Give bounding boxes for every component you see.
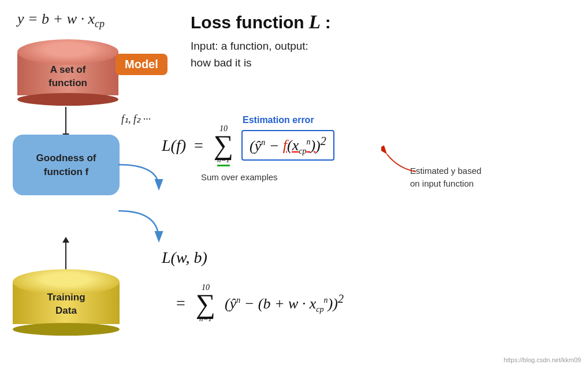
training-text: TrainingData <box>13 291 120 318</box>
loss-desc-line2: how bad it is <box>191 57 252 69</box>
lwb-eq: = <box>176 294 185 313</box>
model-badge: Model <box>116 54 168 75</box>
fx-part: f(xcpn) <box>283 137 315 154</box>
sum-symbol-1: ∑ <box>214 131 233 159</box>
formula-eq-1: = <box>194 136 203 155</box>
estimated-y-text: Estimated y basedon input function <box>410 166 481 188</box>
summation-2: 10 ∑ n=1 <box>196 283 215 324</box>
loss-desc-line1: Input: a function, output: <box>191 40 308 52</box>
sum-over-label: Sum over examples <box>201 172 278 182</box>
lf-label: L(f) <box>162 136 186 155</box>
function-series-label: f₁, f₂ ··· <box>121 113 151 125</box>
training-data-cylinder: TrainingData <box>13 269 120 336</box>
top-eq-plus: + <box>53 10 67 27</box>
estimation-error-box: Estimation error (ŷn − f(xcpn))2 <box>241 130 334 161</box>
right-section: Loss function L : Input: a function, out… <box>191 12 578 72</box>
main-container: y = b + w · xcp A set offunction Model f… <box>0 0 588 368</box>
red-arrow-svg <box>381 146 419 177</box>
goodness-text: Goodness offunction f <box>36 151 96 179</box>
model-label: Model <box>125 58 158 70</box>
top-eq-equals: = <box>28 10 42 27</box>
summation-1: 10 ∑ n=1 <box>214 124 233 166</box>
watermark-text: https://blog.csdn.net/kkm09 <box>504 356 581 363</box>
estimation-error-label: Estimation error <box>243 115 314 125</box>
top-equation: y = b + w · xcp <box>17 10 105 30</box>
sum-symbol-2: ∑ <box>196 290 215 318</box>
top-eq-x: xcp <box>88 10 105 27</box>
loss-italic-l: L <box>309 12 321 33</box>
lwb-label: L(w, b) <box>162 248 207 267</box>
formula-lf-area: L(f) = 10 ∑ n=1 Estimation error (ŷn − f… <box>162 124 334 166</box>
arrow-down-cylinder <box>65 107 66 135</box>
top-eq-y: y <box>17 10 24 27</box>
arrow-up-training <box>65 241 66 269</box>
top-eq-w: w <box>67 10 77 27</box>
curved-blue-arrow-2 <box>113 205 170 251</box>
sum-over-text: Sum over examples <box>201 172 278 182</box>
function-set-cylinder: A set offunction <box>17 39 118 106</box>
sum-bottom-1: n=1 <box>217 155 230 166</box>
top-eq-dot: · <box>80 10 88 27</box>
cylinder-bottom-ellipse <box>17 93 118 106</box>
loss-title-text: Loss function <box>191 13 304 32</box>
lwb-formula-text: (ŷn − (b + w · xcpn))2 <box>225 292 344 314</box>
loss-function-title: Loss function L : <box>191 12 578 33</box>
estimated-y-label: Estimated y basedon input function <box>410 165 481 190</box>
arrowhead-up-1 <box>62 237 69 243</box>
loss-description: Input: a function, output: how bad it is <box>191 38 578 72</box>
loss-colon: : <box>325 13 331 32</box>
function-series-text: f₁, f₂ ··· <box>121 113 151 125</box>
est-formula: (ŷn − f(xcpn))2 <box>250 135 326 157</box>
watermark: https://blog.csdn.net/kkm09 <box>504 356 581 363</box>
sum-bottom-2: n=1 <box>199 314 212 324</box>
goodness-box: Goodness offunction f <box>13 135 120 195</box>
cylinder-text: A set offunction <box>17 64 118 90</box>
lwb-text: L(w, b) <box>162 248 207 266</box>
top-eq-b: b <box>42 10 49 27</box>
cylinder-top-ellipse <box>17 39 118 65</box>
training-bottom-ellipse <box>13 323 120 336</box>
formula-lwb-area: = 10 ∑ n=1 (ŷn − (b + w · xcpn))2 <box>176 283 344 324</box>
